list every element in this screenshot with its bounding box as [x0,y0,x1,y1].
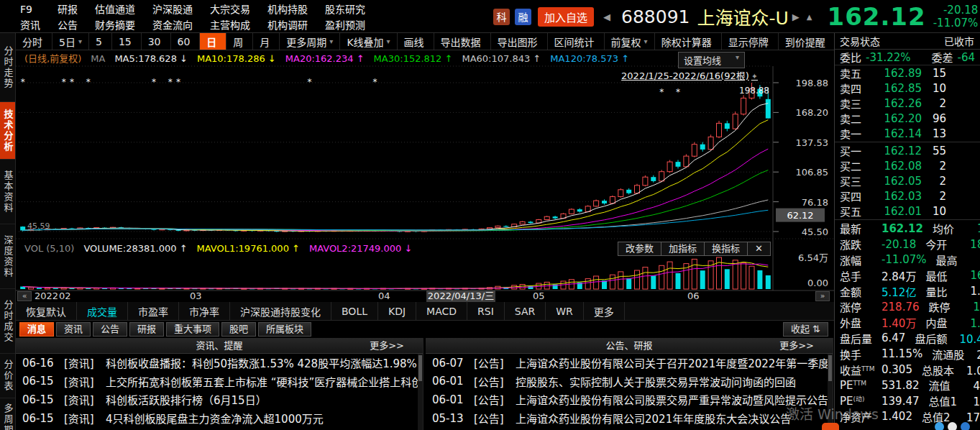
sidebar-item[interactable]: 深度资料 [0,224,16,289]
toolbar-button[interactable]: 除权计算器 [655,33,722,50]
news-item[interactable]: 05-13[公告]律师意见 [426,427,833,430]
news-item[interactable]: 06-15[资讯]4只科创板股尾盘主力资金净流入超1000万元 [16,409,423,428]
toolbar-button[interactable]: 显示停牌 [722,33,779,50]
menu-item[interactable]: 资讯 [12,17,49,33]
scrollbar-thumb[interactable] [418,355,422,381]
prev-stock-icon[interactable]: ◀ [603,12,610,22]
indicator-tab[interactable]: 市盈率 [128,302,179,320]
indicator-tab[interactable]: KDJ [378,302,416,320]
menu-item[interactable]: 机构调研 [259,17,316,33]
indicator-tab[interactable]: 更多 [584,302,625,320]
toolbar-button[interactable]: 到价提醒 [779,33,835,50]
indicator-tab[interactable]: SAR [505,302,546,320]
indicator-tab[interactable]: 市净率 [179,302,230,320]
next-stock-icon[interactable]: ▶ [792,12,800,22]
menu-item[interactable]: 沪深股通 [144,1,201,17]
toolbar-button[interactable]: 30 [142,33,171,50]
sidebar-item[interactable]: 多周期 [0,398,16,430]
news-tab[interactable]: 重大事项 [166,322,219,337]
menu-item[interactable]: 盈利预测 [316,17,374,33]
toolbar-button[interactable]: 分时 [16,33,52,50]
toolbar-button[interactable]: 导出图形 [491,33,548,50]
sidebar-item[interactable]: 分时成交 [0,289,16,354]
ask-row[interactable]: 卖三162.262 [835,96,980,111]
indicator-action-button[interactable]: ✕ [747,242,771,256]
menu-item[interactable]: 研报 [49,1,86,17]
bid-row[interactable]: 买一162.1255 [835,143,980,158]
menu-item[interactable]: 资金流向 [144,17,201,33]
indicator-tab[interactable]: 成交量 [77,302,128,320]
menu-item[interactable]: F9 [12,1,49,17]
ma-settings-button[interactable]: 设置均线 ▾ [678,52,745,68]
ask-row[interactable]: 卖五162.8915 [835,65,980,81]
kline-chart-area[interactable]: 198.88168.20137.53106.8576.1845.506.54万0… [16,50,834,302]
scrollbar-thumb[interactable] [828,355,832,381]
toolbar-button[interactable]: K线叠加▾ [340,33,397,50]
menu-item[interactable]: 估值通道 [86,1,144,17]
news-item[interactable]: 06-16[资讯]科创板收盘播报：科创50指数涨1.53% 428股平均涨幅达1… [16,354,423,372]
floating-toolbar-icon[interactable] [935,422,944,430]
news-item[interactable]: 06-07[公告]上海谊众药业股份有限公司关于召开2021年度暨2022年第一季… [426,354,833,372]
sidebar-item[interactable]: 基本资料 [0,160,16,224]
news-item[interactable]: 06-01[公告]控股股东、实际控制人关于股票交易异常波动问询函的回函 [426,372,833,391]
sidebar-item[interactable]: 技术分析 [0,102,16,160]
scroll-right-icon[interactable]: » [815,291,830,301]
floating-toolbar-icon[interactable] [961,422,970,430]
toolbar-button[interactable]: 月 [253,33,280,50]
news-tab[interactable]: 所属板块 [258,322,311,337]
indicator-action-button[interactable]: 加指标 [661,242,705,256]
indicator-tab[interactable]: BOLL [331,302,378,320]
menu-item[interactable]: 公告 [49,17,86,33]
menu-item[interactable]: 大宗交易 [201,1,259,17]
news-tab[interactable]: 资讯 [56,322,91,337]
bid-row[interactable]: 买五162.0110 [835,203,980,219]
indicator-tab[interactable]: 恢复默认 [16,302,77,320]
indicator-tab[interactable]: 沪深股通持股变化 [230,302,331,320]
toolbar-button[interactable]: 5日▾ [52,33,89,50]
news-tab[interactable]: 股吧 [221,322,256,337]
toolbar-button[interactable]: 前复权▾ [605,33,655,50]
more-link[interactable]: 更多>> [370,338,404,354]
menu-item[interactable]: 财务摘要 [86,17,144,33]
menu-item[interactable]: 股东研究 [316,1,374,17]
sidebar-item[interactable]: 分价表 [0,354,16,398]
news-item[interactable]: 06-15[资讯]上交所拓宽科创板第五套上市标准 “硬科技”医疗器械企业搭上科创 [16,372,423,391]
menu-item[interactable]: 机构持股 [259,1,316,17]
floating-toolbar-icon[interactable] [822,423,839,430]
toolbar-button[interactable]: 画线 [398,33,434,50]
toolbar-button[interactable]: 周 [226,33,253,50]
bid-row[interactable]: 买三162.052 [835,173,980,188]
bid-row[interactable]: 买二162.082 [835,158,980,173]
indicator-action-button[interactable]: 改参数 [618,242,661,256]
indicator-tab[interactable]: MACD [416,302,467,320]
scrollbar[interactable] [418,354,423,430]
up-arrow-icon[interactable]: ▲ [807,13,812,21]
news-item[interactable]: 06-01[公告]上海谊众药业股份有限公司股票交易严重异常波动暨风险提示公告 [426,390,833,409]
ask-row[interactable]: 卖四162.8510 [835,81,980,96]
floating-toolbar-icon[interactable] [948,422,957,430]
more-link[interactable]: 更多>> [779,338,814,354]
add-to-watchlist-button[interactable]: 加入自选 [538,7,594,27]
news-item[interactable]: 06-15[资讯]6月15日科创板主力资金净流出2.62亿元 [16,427,423,430]
collapse-button[interactable]: 收起 ⇅ [783,322,828,337]
toolbar-button[interactable]: 日 [200,33,226,50]
menu-item[interactable]: 主营构成 [201,17,259,33]
bid-row[interactable]: 买四162.032 [835,188,980,203]
news-tab[interactable]: 消息 [19,322,54,337]
toolbar-button[interactable]: 更多周期▾ [280,33,340,50]
news-item[interactable]: 05-13[公告]上海谊众药业股份有限公司2021年年度股东大会决议公告 [426,409,833,428]
date-range-label[interactable]: 2022/1/25-2022/6/16(92根)✦ [621,68,758,82]
toolbar-button[interactable]: 5 [89,33,112,50]
scrollbar[interactable] [828,354,833,430]
toolbar-button[interactable]: 15 [112,33,142,50]
ask-row[interactable]: 卖一162.1413 [835,126,980,141]
indicator-tab[interactable]: WR [546,302,584,320]
ask-row[interactable]: 卖二162.2096 [835,111,980,126]
sidebar-item[interactable]: 分时走势 [0,33,16,102]
toolbar-button[interactable]: 区间统计 [548,33,605,50]
news-item[interactable]: 06-15[资讯]科创板活跃股排行榜（6月15日） [16,390,423,409]
news-tab[interactable]: 研报 [129,322,164,337]
news-tab[interactable]: 公告 [93,322,127,337]
indicator-action-button[interactable]: 换指标 [704,242,748,256]
toolbar-button[interactable]: 60 [171,33,201,50]
